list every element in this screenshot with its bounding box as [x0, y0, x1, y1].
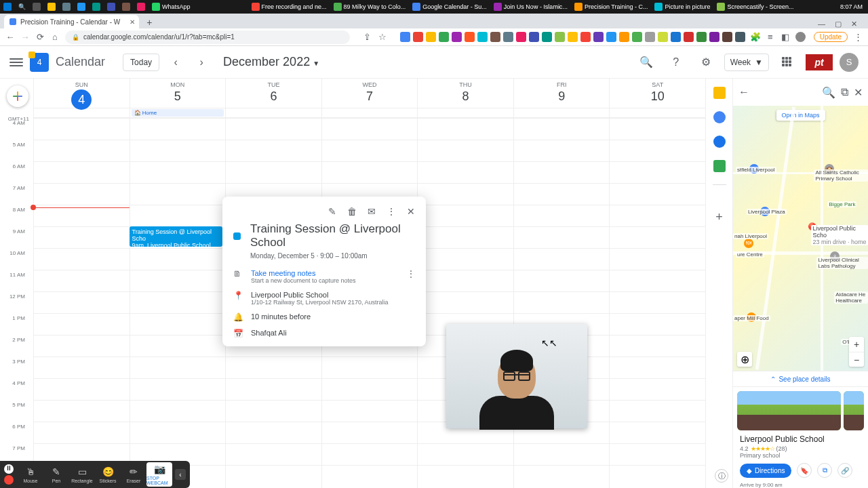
- app-icon[interactable]: [134, 0, 149, 14]
- today-button[interactable]: Today: [123, 54, 159, 71]
- close-popup-button[interactable]: ✕: [407, 206, 415, 217]
- tasks-icon[interactable]: [713, 111, 726, 123]
- extension-icon[interactable]: [684, 32, 694, 42]
- whatsapp-tab[interactable]: WhatsApp: [149, 0, 194, 14]
- recenter-button[interactable]: ⊕: [737, 352, 752, 367]
- browser-tab[interactable]: 89 Milky Way to Colo...: [330, 0, 410, 14]
- share-place-button[interactable]: 🔗: [837, 463, 852, 478]
- map-canvas[interactable]: Open in Maps 📍 Liverpool Public Scho23 m…: [733, 106, 868, 371]
- app-icon[interactable]: [119, 0, 134, 14]
- star-icon[interactable]: ☆: [378, 33, 387, 42]
- extension-icon[interactable]: [735, 32, 745, 42]
- extension-icon[interactable]: [606, 32, 616, 42]
- month-label[interactable]: December 2022▼: [223, 55, 319, 69]
- panel-search-button[interactable]: 🔍: [822, 86, 835, 99]
- side-panel-icon[interactable]: ◧: [781, 33, 790, 42]
- day-header[interactable]: SAT10: [609, 79, 705, 108]
- directions-button[interactable]: ◆Directions: [740, 464, 791, 478]
- extension-icon[interactable]: [568, 32, 578, 42]
- save-place-button[interactable]: 🔖: [797, 463, 812, 478]
- extension-icon[interactable]: [696, 32, 707, 42]
- see-place-details[interactable]: ⌃See place details: [733, 371, 868, 387]
- extension-icon[interactable]: [439, 32, 449, 42]
- account-avatar[interactable]: S: [840, 53, 859, 72]
- app-icon[interactable]: [104, 0, 119, 14]
- support-button[interactable]: ?: [665, 51, 688, 74]
- reload-button[interactable]: ⟳: [35, 33, 45, 42]
- day-header[interactable]: TUE6: [225, 79, 321, 108]
- home-chip[interactable]: 🏠 Home: [132, 109, 224, 117]
- take-notes-link[interactable]: Take meeting notes: [251, 269, 397, 277]
- extension-icon[interactable]: [503, 32, 513, 42]
- browser-tab[interactable]: Precision Training - C...: [571, 0, 652, 14]
- active-tab[interactable]: Precision Training - Calendar - W ✕: [4, 15, 139, 28]
- browser-tab[interactable]: Join Us Now - Islamic...: [490, 0, 571, 14]
- extension-icon[interactable]: [645, 32, 655, 42]
- search-button[interactable]: 🔍: [635, 51, 658, 74]
- screencast-tool-mouse[interactable]: 🖱Mouse: [18, 462, 43, 487]
- update-button[interactable]: Update: [814, 32, 848, 42]
- extension-icon[interactable]: [542, 32, 552, 42]
- screencast-tool-eraser[interactable]: ✏Eraser: [121, 462, 146, 487]
- edit-event-button[interactable]: ✎: [328, 206, 336, 217]
- maps-icon[interactable]: [713, 160, 726, 172]
- zoom-out-button[interactable]: −: [849, 352, 864, 367]
- email-guests-button[interactable]: ✉: [368, 206, 376, 217]
- stop-recording-button[interactable]: [4, 475, 14, 485]
- view-selector[interactable]: Week▼: [724, 54, 769, 71]
- extension-icon[interactable]: [709, 32, 719, 42]
- keep-icon[interactable]: [713, 87, 726, 99]
- share-icon[interactable]: ⇪: [363, 33, 372, 42]
- settings-button[interactable]: ⚙: [694, 51, 717, 74]
- extension-icon[interactable]: [671, 32, 681, 42]
- day-header[interactable]: WED7: [321, 79, 418, 108]
- screencast-tool-pen[interactable]: ✎Pen: [43, 462, 69, 487]
- url-input[interactable]: 🔒 calendar.google.com/calendar/u/1/r?tab…: [65, 30, 350, 44]
- extension-icon[interactable]: [722, 32, 732, 42]
- next-week-button[interactable]: ›: [192, 53, 211, 72]
- browser-tab[interactable]: Google Calendar - Su...: [409, 0, 490, 14]
- day-header[interactable]: FRI9: [513, 79, 610, 108]
- extension-icon[interactable]: [593, 32, 604, 42]
- system-clock[interactable]: 8:07 AM: [835, 3, 868, 10]
- profile-avatar[interactable]: [795, 32, 806, 42]
- event-options-button[interactable]: ⋮: [387, 206, 396, 217]
- notes-options-button[interactable]: ⋮: [407, 269, 415, 279]
- extension-icon[interactable]: [452, 32, 462, 42]
- panel-close-button[interactable]: ✕: [854, 86, 863, 99]
- screencast-tool-stop-webcam[interactable]: 📷STOP WEBCAM: [146, 462, 172, 487]
- maximize-icon[interactable]: ▢: [835, 20, 842, 28]
- collapse-toolbar-button[interactable]: ‹: [175, 469, 186, 480]
- main-menu-button[interactable]: [9, 56, 23, 69]
- panel-back-button[interactable]: ←: [738, 86, 749, 98]
- browser-tab[interactable]: Screencastify - Screen...: [713, 0, 797, 14]
- zoom-in-button[interactable]: +: [849, 337, 864, 352]
- app-icon[interactable]: [74, 0, 89, 14]
- screencast-tool-rectangle[interactable]: ▭Rectangle: [69, 462, 95, 487]
- task-view-icon[interactable]: [29, 0, 44, 14]
- close-tab-icon[interactable]: ✕: [130, 18, 135, 26]
- feedback-button[interactable]: ⓘ: [715, 469, 728, 483]
- webcam-pip[interactable]: [446, 324, 587, 428]
- extension-icon[interactable]: [413, 32, 423, 42]
- panel-popout-button[interactable]: ⧉: [841, 86, 848, 98]
- poi-icon[interactable]: 🍽: [744, 239, 753, 248]
- browser-menu-icon[interactable]: ⋮: [853, 33, 863, 42]
- add-addon-button[interactable]: +: [713, 210, 726, 222]
- extension-icon[interactable]: [490, 32, 500, 42]
- app-icon[interactable]: [89, 0, 104, 14]
- extension-icon[interactable]: [477, 32, 488, 42]
- explorer-icon[interactable]: [44, 0, 59, 14]
- prev-week-button[interactable]: ‹: [166, 53, 185, 72]
- browser-tab[interactable]: Free recording and ne...: [248, 0, 330, 14]
- search-icon[interactable]: 🔍: [15, 0, 29, 14]
- delete-event-button[interactable]: 🗑: [347, 206, 357, 217]
- home-button[interactable]: ⌂: [50, 33, 60, 42]
- copy-place-button[interactable]: ⧉: [817, 463, 832, 478]
- back-button[interactable]: ←: [5, 33, 15, 42]
- extension-icon[interactable]: [400, 32, 410, 42]
- extension-icon[interactable]: [619, 32, 629, 42]
- open-in-maps-button[interactable]: Open in Maps: [776, 110, 825, 121]
- extension-icon[interactable]: [516, 32, 526, 42]
- day-header[interactable]: THU8: [417, 79, 513, 108]
